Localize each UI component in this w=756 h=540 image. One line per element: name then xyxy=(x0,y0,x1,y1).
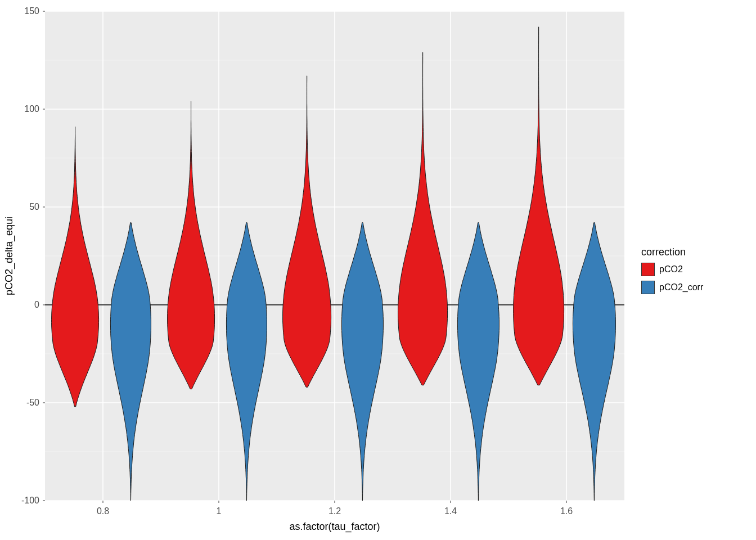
svg-text:0.8: 0.8 xyxy=(97,506,109,516)
legend: correction pCO2 pCO2_corr xyxy=(636,246,756,294)
svg-text:-50: -50 xyxy=(26,398,39,407)
svg-text:1: 1 xyxy=(217,506,222,516)
legend-item: pCO2_corr xyxy=(641,281,756,294)
svg-text:100: 100 xyxy=(24,104,39,114)
legend-label: pCO2 xyxy=(659,264,683,274)
legend-swatch-pco2 xyxy=(641,263,655,276)
svg-text:150: 150 xyxy=(24,6,39,16)
legend-item: pCO2 xyxy=(641,263,756,276)
svg-text:50: 50 xyxy=(29,202,39,212)
svg-text:-100: -100 xyxy=(21,496,39,505)
chart-plot-area: -100-500501001500.811.21.41.6as.factor(t… xyxy=(0,0,636,540)
svg-text:1.4: 1.4 xyxy=(444,506,457,516)
y-axis-label: pCO2_delta_equi xyxy=(3,217,15,295)
legend-swatch-pco2-corr xyxy=(641,281,655,294)
legend-label: pCO2_corr xyxy=(659,282,703,292)
legend-title: correction xyxy=(641,246,756,258)
svg-text:0: 0 xyxy=(34,300,39,309)
x-axis-label: as.factor(tau_factor) xyxy=(289,521,380,533)
svg-text:1.2: 1.2 xyxy=(328,506,341,516)
svg-text:1.6: 1.6 xyxy=(560,506,573,516)
